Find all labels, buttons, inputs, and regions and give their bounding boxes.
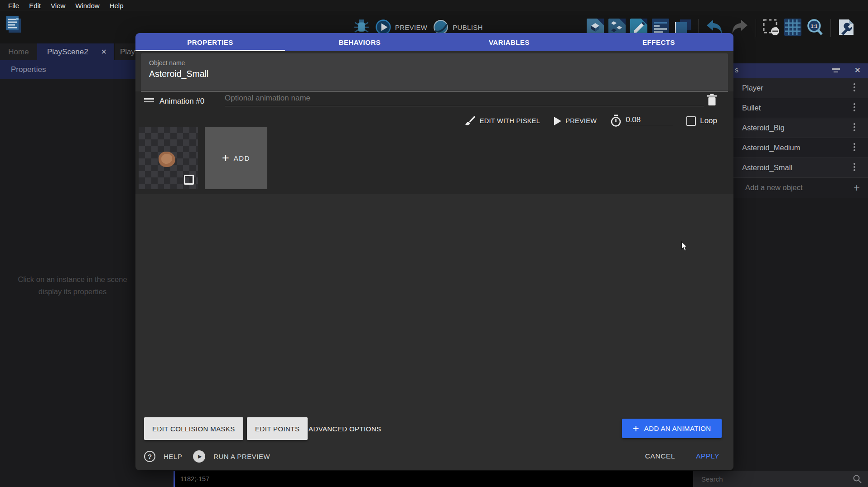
objects-list: Player Bullet Asteroid_Big Asteroid_Medi…	[733, 78, 868, 198]
animation-preview-label: PREVIEW	[565, 117, 597, 124]
help-label: HELP	[164, 453, 182, 460]
animation-name-input[interactable]	[225, 90, 704, 106]
debugger-tools-icon[interactable]	[837, 19, 854, 38]
tab-properties[interactable]: PROPERTIES	[135, 33, 285, 51]
help-icon: ?	[144, 451, 155, 462]
edit-points-button[interactable]: EDIT POINTS	[247, 417, 308, 440]
kebab-menu-icon[interactable]	[851, 103, 858, 113]
project-manager-icon[interactable]	[4, 14, 23, 36]
edit-with-piskel-label: EDIT WITH PISKEL	[480, 117, 540, 124]
run-preview-icon: ▶	[193, 450, 205, 463]
edit-collision-masks-button[interactable]: EDIT COLLISION MASKS	[144, 417, 243, 440]
svg-text:1:1: 1:1	[811, 24, 818, 29]
tab-behaviors[interactable]: BEHAVIORS	[285, 33, 434, 51]
add-new-object-label: Add a new object	[745, 183, 803, 192]
toggle-grid-icon[interactable]	[784, 19, 801, 38]
plus-icon: +	[222, 153, 229, 162]
kebab-menu-icon[interactable]	[851, 163, 858, 173]
plus-icon: +	[854, 181, 860, 194]
tab-home[interactable]: Home	[0, 43, 37, 60]
object-row-bullet[interactable]: Bullet	[733, 98, 868, 118]
preview-label: PREVIEW	[395, 24, 427, 31]
add-frame-label: ADD	[234, 154, 250, 162]
properties-panel-title: Properties	[11, 65, 46, 74]
apply-button[interactable]: APPLY	[696, 452, 719, 460]
tab-variables[interactable]: VARIABLES	[434, 33, 584, 51]
search-bar	[693, 471, 868, 487]
status-bar: 1182;-157	[0, 471, 868, 487]
object-editor-dialog: PROPERTIES BEHAVIORS VARIABLES EFFECTS O…	[135, 33, 733, 470]
tab-play-label: Play	[120, 48, 135, 57]
time-between-frames-input[interactable]	[626, 115, 673, 126]
search-input[interactable]	[701, 471, 837, 487]
add-an-animation-label: ADD AN ANIMATION	[644, 425, 711, 432]
help-button[interactable]: ? HELP	[144, 451, 182, 462]
add-new-object-button[interactable]: Add a new object +	[733, 178, 868, 198]
object-row-asteroid-big[interactable]: Asteroid_Big	[733, 118, 868, 138]
search-icon[interactable]	[853, 474, 862, 483]
menu-view[interactable]: View	[46, 0, 70, 11]
cursor-coordinates: 1182;-157	[180, 475, 209, 482]
kebab-menu-icon[interactable]	[851, 123, 858, 133]
object-row-asteroid-medium[interactable]: Asteroid_Medium	[733, 138, 868, 158]
kebab-menu-icon[interactable]	[851, 83, 858, 93]
menu-window[interactable]: Window	[70, 0, 104, 11]
tab-playscene2[interactable]: PlayScene2 ✕	[37, 43, 114, 60]
loop-toggle[interactable]: Loop	[686, 116, 717, 126]
loop-checkbox[interactable]	[686, 116, 696, 126]
advanced-options-button[interactable]: ADVANCED OPTIONS	[301, 417, 388, 440]
dialog-actions: ? HELP ▶ RUN A PREVIEW CANCEL APPLY	[144, 448, 719, 464]
publish-label: PUBLISH	[453, 24, 482, 31]
loop-label: Loop	[700, 116, 717, 125]
scene-canvas-strip: 1182;-157	[174, 471, 693, 487]
toolbar-separator	[830, 19, 831, 37]
object-name-field: Object name	[141, 53, 728, 92]
close-panel-icon[interactable]: ✕	[854, 66, 861, 75]
tab-effects[interactable]: EFFECTS	[584, 33, 733, 51]
plus-icon: +	[632, 425, 639, 433]
properties-empty-hint: Click on an instance in the scene displa…	[0, 273, 145, 298]
add-an-animation-button[interactable]: + ADD AN ANIMATION	[622, 419, 722, 438]
menu-help[interactable]: Help	[105, 0, 129, 11]
object-name-input[interactable]	[149, 69, 711, 79]
tab-close-icon[interactable]: ✕	[101, 48, 107, 56]
deselect-instances-icon[interactable]	[762, 19, 780, 38]
objects-panel-header: s ✕	[733, 63, 868, 78]
objects-panel-title: s	[735, 66, 738, 74]
zoom-1-1-icon[interactable]: 1:1	[806, 18, 824, 38]
menu-bar: File Edit View Window Help	[0, 0, 868, 11]
object-name: Player	[742, 84, 763, 92]
dialog-tab-bar: PROPERTIES BEHAVIORS VARIABLES EFFECTS	[135, 33, 733, 51]
cancel-button[interactable]: CANCEL	[645, 452, 675, 460]
toolbar-separator	[756, 19, 756, 37]
status-bar-left	[0, 471, 174, 487]
object-row-player[interactable]: Player	[733, 78, 868, 98]
object-name-label: Object name	[149, 59, 185, 67]
play-icon	[554, 117, 561, 125]
trash-icon[interactable]	[707, 94, 717, 108]
object-name: Asteroid_Small	[742, 163, 792, 172]
time-between-frames-field	[610, 115, 673, 127]
frame-select-checkbox[interactable]	[184, 175, 194, 185]
animation-title: Animation #0	[159, 97, 204, 106]
object-name: Bullet	[742, 104, 761, 112]
tab-home-label: Home	[8, 48, 29, 57]
gdevelop-window: File Edit View Window Help	[0, 0, 868, 487]
object-row-asteroid-small[interactable]: Asteroid_Small	[733, 158, 868, 178]
menu-file[interactable]: File	[3, 0, 24, 11]
run-a-preview-button[interactable]: ▶ RUN A PREVIEW	[193, 450, 270, 463]
stopwatch-icon	[610, 115, 622, 127]
tab-playscene2-label: PlayScene2	[47, 48, 88, 57]
drag-handle-icon[interactable]	[144, 98, 154, 103]
dialog-body: Object name Animation #0	[135, 51, 733, 470]
add-frame-button[interactable]: + ADD	[205, 127, 267, 189]
edit-with-piskel-button[interactable]: EDIT WITH PISKEL	[465, 115, 540, 126]
object-name: Asteroid_Big	[742, 124, 785, 132]
objects-panel: s ✕ Player Bullet Asteroid_Big Asteroid_…	[733, 63, 868, 471]
menu-edit[interactable]: Edit	[24, 0, 46, 11]
animation-preview-button[interactable]: PREVIEW	[554, 117, 597, 125]
kebab-menu-icon[interactable]	[851, 143, 858, 153]
animation-frame-thumbnail[interactable]	[139, 127, 198, 189]
filter-icon[interactable]	[832, 68, 840, 74]
animation-controls: EDIT WITH PISKEL PREVIEW	[465, 112, 717, 129]
